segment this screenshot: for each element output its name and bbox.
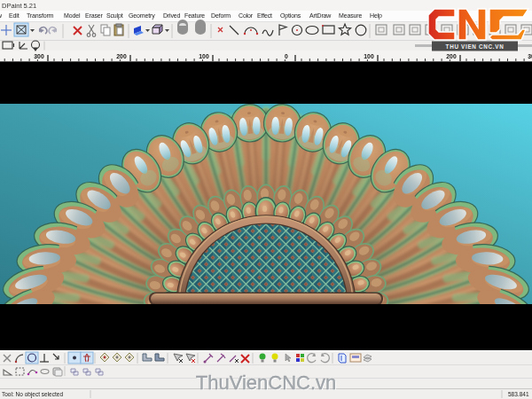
svg-text:Options: Options [280,12,301,20]
svg-text:ArtDraw: ArtDraw [309,12,332,19]
svg-text:200: 200 [116,53,127,59]
svg-text:Transform: Transform [27,12,54,19]
svg-text:Tool: No object selected: Tool: No object selected [2,391,63,398]
svg-text:Edit: Edit [9,12,20,19]
svg-text:ThuVienCNC.vn: ThuVienCNC.vn [196,372,337,394]
svg-text:Eraser: Eraser [85,12,104,19]
svg-text:Feature: Feature [184,12,205,19]
svg-text:100: 100 [364,53,374,59]
svg-text:30: 30 [528,53,532,59]
svg-text:200: 200 [446,53,457,59]
svg-text:0: 0 [285,53,288,59]
svg-text:Deform: Deform [211,12,231,19]
svg-text:Geometry: Geometry [129,12,155,20]
svg-text:100: 100 [199,53,209,59]
svg-text:Measure: Measure [339,12,362,19]
svg-text:Sculpt: Sculpt [106,12,123,20]
svg-text:Help: Help [370,12,382,20]
svg-text:Effect: Effect [257,12,272,19]
svg-text:Model: Model [64,12,81,19]
svg-text:Color: Color [239,12,254,19]
svg-text:THU VIEN CNC.VN: THU VIEN CNC.VN [446,43,505,50]
svg-text:583.841: 583.841 [508,391,529,397]
svg-text:Drived: Drived [163,12,181,19]
svg-text:DPaint 5.21: DPaint 5.21 [2,2,36,10]
svg-text:300: 300 [34,53,44,59]
